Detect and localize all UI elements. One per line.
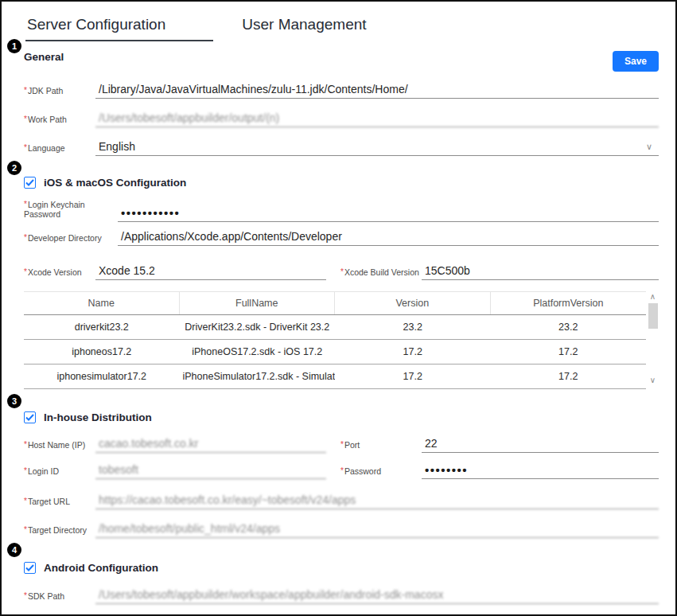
host-name-label: *Host Name (IP) — [24, 440, 95, 453]
required-asterisk: * — [24, 115, 27, 123]
language-select[interactable]: English∨ — [95, 139, 659, 156]
cell: driverkit23.2 — [24, 315, 180, 339]
cell: iPhoneSimulator17.2.sdk - Simulator - iC — [180, 365, 336, 388]
work-path-input[interactable]: /Users/tobesoft/appbuilder/output/(n) — [95, 111, 659, 127]
target-directory-input[interactable]: /home/tobesoft/public_html/v24/apps — [95, 521, 659, 538]
required-asterisk: * — [340, 267, 344, 276]
required-asterisk: * — [24, 591, 27, 600]
jdk-path-input[interactable]: /Library/Java/JavaVirtualMachines/zulu-1… — [95, 82, 659, 99]
tab-server-configuration[interactable]: Server Configuration — [25, 13, 213, 41]
save-button[interactable]: Save — [613, 51, 659, 72]
xcode-build-version-input[interactable]: 15C500b — [422, 263, 659, 280]
work-path-label: *Work Path — [24, 115, 95, 127]
section-general: 1 General Save *JDK Path /Library/Java/J… — [24, 51, 659, 156]
login-id-input[interactable]: tobesoft — [95, 462, 326, 479]
required-asterisk: * — [24, 267, 27, 276]
required-asterisk: * — [24, 440, 27, 449]
password-input[interactable]: •••••••• — [422, 462, 659, 479]
cell: 17.2 — [491, 340, 647, 364]
required-asterisk: * — [24, 200, 27, 209]
target-url-label: *Target URL — [24, 497, 95, 509]
port-input[interactable]: 22 — [422, 436, 659, 453]
section-title-inhouse: In-house Distribution — [44, 411, 152, 423]
inhouse-distribution-checkbox[interactable] — [24, 411, 36, 423]
password-label: *Password — [340, 466, 422, 479]
required-asterisk: * — [24, 497, 27, 505]
cell: iphoneos17.2 — [24, 340, 180, 364]
chevron-down-icon[interactable]: ∨ — [647, 375, 659, 386]
required-asterisk: * — [24, 233, 27, 242]
cell: 17.2 — [335, 340, 491, 364]
cell: 17.2 — [491, 365, 647, 388]
xcode-version-label: *Xcode Version — [24, 267, 95, 280]
scrollbar-thumb[interactable] — [648, 303, 658, 329]
table-row: iphonesimulator17.2 iPhoneSimulator17.2.… — [24, 365, 646, 389]
cell: iphonesimulator17.2 — [24, 365, 180, 388]
step-badge-3: 3 — [7, 394, 21, 408]
required-asterisk: * — [340, 440, 344, 449]
target-url-input[interactable]: https://cacao.tobesoft.co.kr/easy/~tobes… — [95, 493, 659, 509]
xcode-version-input[interactable]: Xcode 15.2 — [95, 263, 326, 280]
step-badge-1: 1 — [7, 39, 21, 53]
port-label: *Port — [340, 440, 422, 453]
keychain-password-input[interactable]: ••••••••••• — [118, 205, 659, 222]
developer-directory-input[interactable]: /Applications/Xcode.app/Contents/Develop… — [118, 229, 659, 246]
section-title-general: General — [24, 51, 64, 63]
ios-macos-checkbox[interactable] — [24, 177, 36, 189]
host-name-input[interactable]: cacao.tobesoft.co.kr — [95, 436, 326, 453]
sdk-path-input[interactable]: /Users/tobesoft/appbuilder/workspace/app… — [95, 587, 659, 604]
tab-user-management[interactable]: User Management — [240, 13, 368, 41]
android-configuration-checkbox[interactable] — [24, 562, 36, 574]
column-header-name[interactable]: Name — [24, 292, 180, 314]
required-asterisk: * — [24, 143, 27, 152]
section-title-ios-macos: iOS & macOS Configuration — [44, 177, 186, 189]
sdk-path-label: *SDK Path — [24, 591, 95, 604]
ios-sdk-table-header: Name FullName Version PlatformVersion — [24, 291, 646, 315]
chevron-down-icon: ∨ — [646, 142, 652, 152]
column-header-version[interactable]: Version — [335, 292, 491, 314]
section-ios-macos: 2 iOS & macOS Configuration *Login Keych… — [24, 177, 659, 389]
section-inhouse-distribution: 3 In-house Distribution *Host Name (IP) … — [24, 411, 659, 538]
login-id-label: *Login ID — [24, 466, 95, 479]
developer-directory-label: *Developer Directory — [24, 233, 118, 246]
cell: 23.2 — [491, 315, 647, 339]
section-title-android: Android Configuration — [44, 562, 158, 574]
required-asterisk: * — [340, 466, 344, 475]
cell: iPhoneOS17.2.sdk - iOS 17.2 — [180, 340, 336, 364]
chevron-up-icon[interactable]: ∧ — [647, 291, 659, 302]
cell: 23.2 — [335, 315, 491, 339]
column-header-platformversion[interactable]: PlatformVersion — [491, 292, 647, 314]
tab-bar: Server Configuration User Management — [2, 2, 675, 41]
language-label: *Language — [24, 143, 95, 156]
table-row: iphoneos17.2 iPhoneOS17.2.sdk - iOS 17.2… — [24, 340, 646, 365]
required-asterisk: * — [24, 86, 27, 95]
table-row: driverkit23.2 DriverKit23.2.sdk - Driver… — [24, 315, 646, 340]
section-android: 4 Android Configuration *SDK Path /Users… — [24, 562, 659, 616]
ios-sdk-table: Name FullName Version PlatformVersion dr… — [24, 291, 659, 389]
cell: 17.2 — [335, 365, 491, 388]
target-directory-label: *Target Directory — [24, 525, 95, 538]
column-header-fullname[interactable]: FullName — [180, 292, 336, 314]
keychain-password-label: *Login Keychain Password — [24, 200, 118, 222]
jdk-path-label: *JDK Path — [24, 86, 95, 99]
cell: DriverKit23.2.sdk - DriverKit 23.2 — [180, 315, 336, 339]
xcode-build-version-label: *Xcode Build Version — [340, 267, 422, 280]
required-asterisk: * — [24, 466, 27, 475]
required-asterisk: * — [24, 525, 27, 534]
vertical-scrollbar[interactable]: ∧ ∨ — [647, 291, 659, 389]
step-badge-2: 2 — [7, 161, 21, 175]
step-badge-4: 4 — [7, 543, 21, 557]
server-config-screen: Server Configuration User Management 1 G… — [0, 0, 677, 616]
